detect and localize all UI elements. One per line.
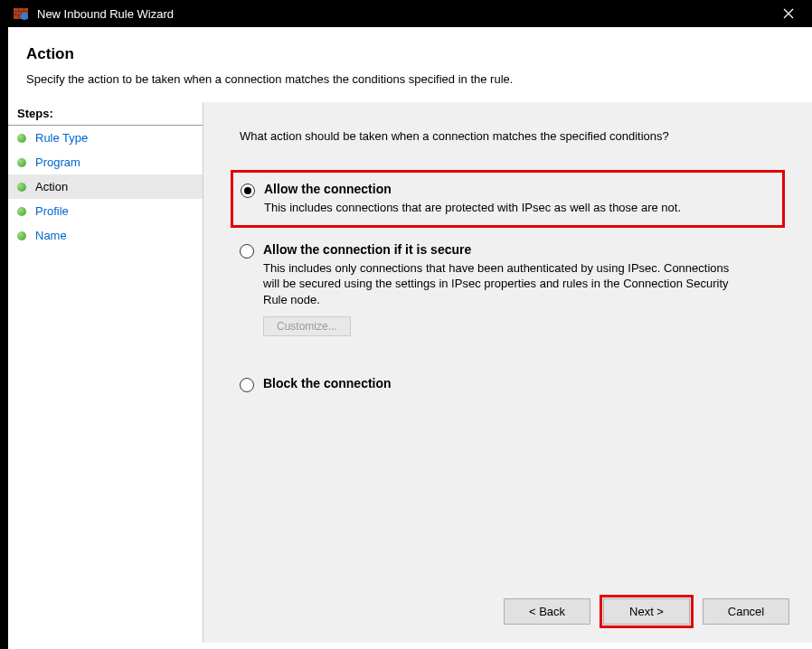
sidebar-item-label: Rule Type: [35, 131, 88, 145]
window-title: New Inbound Rule Wizard: [37, 7, 768, 21]
titlebar: New Inbound Rule Wizard: [8, 0, 812, 27]
radio-allow[interactable]: [241, 183, 255, 198]
sidebar-item-profile[interactable]: Profile: [8, 199, 203, 223]
option-block-title: Block the connection: [263, 376, 776, 390]
sidebar-item-action[interactable]: Action: [8, 174, 203, 199]
sidebar-item-label: Name: [35, 229, 67, 242]
option-block[interactable]: Block the connection: [240, 369, 776, 400]
bullet-icon: [17, 183, 26, 192]
radio-block[interactable]: [240, 378, 254, 392]
bullet-icon: [17, 231, 26, 240]
option-allow-desc: This includes connections that are prote…: [264, 200, 743, 216]
svg-rect-7: [18, 15, 19, 19]
next-button[interactable]: Next >: [603, 598, 690, 625]
option-allow-title: Allow the connection: [264, 182, 775, 196]
wizard-window: New Inbound Rule Wizard Action Specify t…: [8, 0, 812, 649]
close-button[interactable]: [768, 0, 808, 27]
bullet-icon: [17, 158, 26, 167]
wizard-content: What action should be taken when a conne…: [203, 102, 812, 643]
wizard-footer: < Back Next > Cancel: [504, 598, 789, 625]
page-subtitle: Specify the action to be taken when a co…: [26, 72, 794, 86]
bullet-icon: [17, 134, 26, 143]
page-title: Action: [26, 45, 794, 63]
sidebar-item-rule-type[interactable]: Rule Type: [8, 126, 203, 150]
cancel-button[interactable]: Cancel: [703, 598, 789, 625]
option-allow-secure[interactable]: Allow the connection if it is secure Thi…: [240, 235, 776, 344]
customize-button: Customize...: [263, 316, 351, 336]
firewall-icon: [12, 5, 30, 23]
option-allow-secure-title: Allow the connection if it is secure: [263, 242, 776, 257]
wizard-body: Steps: Rule Type Program Action Profile …: [8, 102, 812, 643]
sidebar-item-label: Program: [35, 155, 80, 169]
svg-point-9: [21, 13, 28, 20]
option-allow[interactable]: Allow the connection This includes conne…: [231, 170, 785, 228]
option-allow-secure-desc: This includes only connections that have…: [263, 260, 742, 308]
sidebar-item-label: Profile: [35, 204, 69, 218]
bullet-icon: [17, 207, 26, 216]
back-button[interactable]: < Back: [504, 598, 590, 625]
wizard-header: Action Specify the action to be taken wh…: [8, 27, 812, 102]
sidebar-item-program[interactable]: Program: [8, 150, 203, 174]
svg-rect-3: [18, 8, 19, 11]
svg-rect-1: [14, 11, 28, 12]
radio-allow-secure[interactable]: [240, 244, 254, 259]
sidebar-item-label: Action: [35, 180, 68, 193]
steps-title: Steps:: [8, 102, 203, 126]
svg-rect-4: [24, 8, 24, 11]
sidebar-item-name[interactable]: Name: [8, 223, 203, 248]
svg-rect-5: [15, 12, 16, 14]
prompt-text: What action should be taken when a conne…: [240, 129, 776, 143]
steps-sidebar: Steps: Rule Type Program Action Profile …: [8, 102, 203, 643]
